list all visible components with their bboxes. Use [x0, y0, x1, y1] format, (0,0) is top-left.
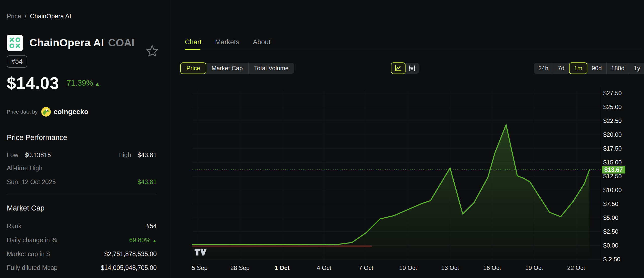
- market-cap-title: Market Cap: [7, 204, 45, 212]
- low-label: Low: [7, 151, 18, 158]
- range-90d-button[interactable]: 90d: [587, 63, 607, 74]
- candlestick-icon: [408, 64, 416, 72]
- price-row: $14.03 71.39%▲: [7, 74, 100, 93]
- low-high-row: Low $0.13815 High $43.81: [7, 151, 157, 159]
- ath-value: $43.81: [138, 178, 157, 186]
- daily-change-label: Daily change in %: [7, 236, 57, 244]
- metric-toggle-group: Price Market Cap Total Volume: [181, 63, 294, 74]
- breadcrumb-current: ChainOpera AI: [30, 13, 71, 20]
- x-axis-label: 19 Oct: [525, 264, 543, 271]
- fdv-value: $14,005,948,705.00: [101, 264, 157, 271]
- x-axis-label: 7 Oct: [359, 264, 373, 271]
- price-chart[interactable]: [176, 86, 601, 263]
- range-1y-button[interactable]: 1y: [629, 63, 644, 74]
- range-7d-button[interactable]: 7d: [553, 63, 569, 74]
- x-axis-label: 28 Sep: [230, 264, 250, 271]
- ath-date-row: Sun, 12 Oct 2025 $43.81: [7, 178, 157, 186]
- sidebar-main-divider: [169, 0, 169, 278]
- x-axis-label: 16 Oct: [483, 264, 501, 271]
- high-pair: High $43.81: [118, 151, 157, 159]
- tab-about[interactable]: About: [253, 38, 271, 52]
- time-range-group: 24h 7d 1m 90d 180d 1y all: [534, 63, 644, 74]
- ath-row: All-time High: [7, 164, 157, 172]
- candlestick-chart-type-button[interactable]: [405, 63, 419, 74]
- market-cap-label: Market cap in $: [7, 250, 50, 258]
- y-axis-label: $25.00: [603, 103, 622, 111]
- metric-price-button[interactable]: Price: [180, 62, 206, 74]
- coin-detail-page: Price / ChainOpera AI ChainOpera AI COAI…: [0, 0, 644, 278]
- line-chart-icon: [394, 64, 402, 72]
- y-axis-label: $2.50: [603, 228, 618, 235]
- y-axis-label: $27.50: [603, 90, 622, 97]
- x-axis-label: 10 Oct: [399, 264, 417, 271]
- price-performance-title: Price Performance: [7, 133, 67, 142]
- coingecko-icon: [41, 107, 51, 117]
- line-chart-type-button[interactable]: [391, 62, 406, 74]
- price-change: 71.39%▲: [67, 79, 100, 88]
- current-price: $14.03: [7, 74, 59, 93]
- fdv-row: Fully diluted Mcap $14,005,948,705.00: [7, 264, 157, 271]
- metric-market-cap-button[interactable]: Market Cap: [206, 63, 249, 74]
- y-axis-label: $7.50: [603, 200, 618, 207]
- coin-logo: [7, 35, 23, 51]
- ath-label: All-time High: [7, 164, 43, 172]
- y-axis-label: $10.00: [603, 187, 622, 194]
- y-axis-label: $22.50: [603, 117, 622, 124]
- range-1m-button[interactable]: 1m: [569, 62, 587, 74]
- high-label: High: [118, 151, 131, 158]
- current-price-axis-label: $13.67: [602, 166, 625, 173]
- ath-date: Sun, 12 Oct 2025: [7, 178, 56, 186]
- fdv-label: Fully diluted Mcap: [7, 264, 57, 271]
- star-icon: [146, 45, 158, 57]
- y-axis-label: $20.00: [603, 131, 622, 138]
- chart-type-toggle-group: [391, 63, 419, 74]
- range-24h-button[interactable]: 24h: [534, 63, 553, 74]
- range-180d-button[interactable]: 180d: [607, 63, 629, 74]
- tab-markets[interactable]: Markets: [215, 38, 239, 52]
- attribution-text: Price data by: [7, 109, 38, 115]
- low-pair: Low $0.13815: [7, 151, 51, 159]
- coin-name: ChainOpera AI: [29, 37, 104, 49]
- x-axis-label: 22 Oct: [567, 264, 585, 271]
- favorite-star-button[interactable]: [146, 45, 158, 57]
- market-cap-row: Market cap in $ $2,751,878,535.00: [7, 250, 157, 258]
- y-axis-label: $0.00: [603, 242, 618, 249]
- metric-total-volume-button[interactable]: Total Volume: [249, 63, 294, 74]
- rank-row: Rank #54: [7, 222, 157, 230]
- rank-badge: #54: [7, 55, 27, 68]
- high-value: $43.81: [138, 151, 157, 158]
- x-axis-label: 25 Sep: [192, 264, 208, 271]
- x-axis: 25 Sep28 Sep1 Oct4 Oct7 Oct10 Oct13 Oct1…: [192, 264, 601, 273]
- market-cap-value: $2,751,878,535.00: [104, 250, 157, 258]
- daily-change-row: Daily change in % 69.80%▲: [7, 236, 157, 244]
- daily-change-value: 69.80%▲: [129, 236, 157, 244]
- up-arrow-icon: ▲: [152, 238, 157, 243]
- y-axis-label: $-2.50: [603, 256, 620, 263]
- low-value: $0.13815: [25, 151, 51, 158]
- tradingview-logo[interactable]: [194, 247, 207, 257]
- y-axis-label: $5.00: [603, 214, 618, 221]
- up-arrow-icon: ▲: [95, 81, 100, 87]
- price-data-attribution: Price data by coingecko: [7, 107, 89, 117]
- y-axis-label: $12.50: [603, 173, 622, 180]
- x-axis-label: 13 Oct: [441, 264, 459, 271]
- breadcrumb-price-link[interactable]: Price: [7, 13, 21, 20]
- coingecko-link[interactable]: coingecko: [54, 108, 89, 116]
- breadcrumb: Price / ChainOpera AI: [7, 13, 71, 20]
- y-axis-label: $17.50: [603, 145, 622, 152]
- x-axis-label: 1 Oct: [274, 264, 290, 271]
- coin-header: ChainOpera AI COAI: [7, 35, 135, 51]
- coin-symbol: COAI: [108, 37, 135, 49]
- sidebar-divider: [7, 194, 157, 194]
- rank-label: Rank: [7, 222, 21, 230]
- rank-value: #54: [146, 222, 157, 230]
- tab-bar-border: [185, 50, 641, 50]
- x-axis-label: 4 Oct: [317, 264, 331, 271]
- breadcrumb-separator: /: [25, 13, 26, 20]
- y-axis-label: $15.00: [603, 159, 622, 166]
